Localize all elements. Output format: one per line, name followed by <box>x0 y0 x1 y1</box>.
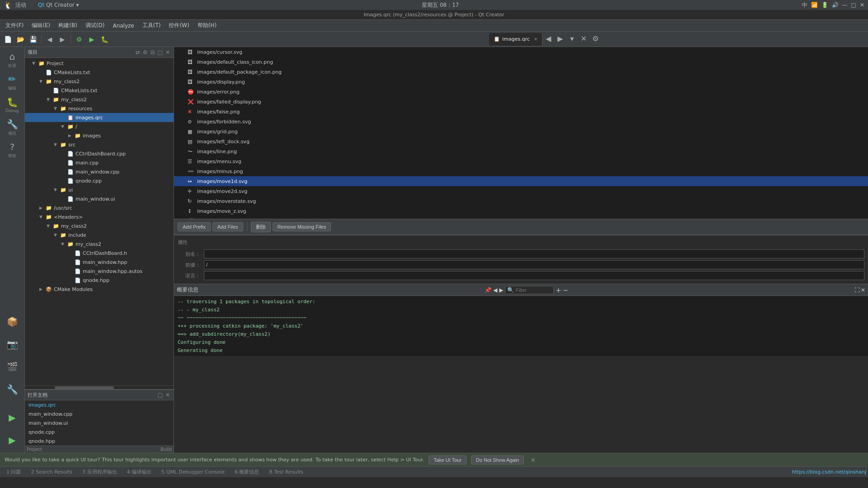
file-left-dock[interactable]: ▤ images/left_dock.svg <box>174 136 868 146</box>
window-close[interactable]: ✕ <box>860 2 864 8</box>
file-default-class[interactable]: 🖼 images/default_class_icon.png <box>174 57 868 67</box>
file-minus[interactable]: ➖ images/minus.png <box>174 166 868 176</box>
tree-include[interactable]: ▼ 📁 include <box>25 230 174 239</box>
run-btn[interactable]: ▶ <box>86 33 98 45</box>
tab-general-messages[interactable]: 6 概要信息 <box>230 468 264 476</box>
tab-test-results[interactable]: 8 Test Results <box>264 468 307 476</box>
file-failed-display[interactable]: ❌ images/failed_display.png <box>174 97 868 107</box>
sidebar-projects[interactable]: 🔧 项目 <box>1 117 23 138</box>
sidebar-plugin1[interactable]: 📦 <box>1 311 23 333</box>
file-default-package[interactable]: 🖼 images/default_package_icon.png <box>174 67 868 77</box>
menu-build[interactable]: 构建(B) <box>55 21 81 30</box>
tree-main-window-hpp[interactable]: 📄 main_window.hpp <box>25 258 174 267</box>
nav-next-icon[interactable]: ▶ <box>499 287 503 293</box>
new-file-btn[interactable]: 📄 <box>2 33 14 45</box>
menu-widgets[interactable]: 控件(W) <box>165 21 193 30</box>
add-prefix-btn[interactable]: Add Prefix <box>178 222 211 231</box>
file-false[interactable]: ✖ images/false.png <box>174 107 868 117</box>
tree-cmake-modules[interactable]: ▶ 📦 CMake Modules <box>25 285 174 294</box>
file-error[interactable]: ⛔ images/error.png <box>174 87 868 97</box>
tree-resources[interactable]: ▼ 📁 resources <box>25 104 174 113</box>
window-maximize[interactable]: □ <box>851 2 856 8</box>
tree-main-window-ui[interactable]: 📄 main_window.ui <box>25 194 174 203</box>
pin-icon[interactable]: 📌 <box>485 287 491 293</box>
open-doc-qnode-cpp[interactable]: qnode.cpp <box>25 427 174 436</box>
tab-close-current[interactable]: ✕ <box>578 33 590 45</box>
expand-output-icon[interactable]: ⛶ <box>854 287 860 293</box>
menu-analyze[interactable]: Analyze <box>109 22 137 30</box>
forward-btn[interactable]: ▶ <box>57 33 68 45</box>
remove-icon[interactable]: − <box>563 286 568 294</box>
tree-myclass2-root[interactable]: ▼ 📁 my_class2 <box>25 77 174 86</box>
sidebar-plugin3[interactable]: 🎬 <box>1 356 23 378</box>
tree-qnode-cpp[interactable]: 📄 qnode.cpp <box>25 176 174 185</box>
filter-btn[interactable]: ⚙ <box>142 48 149 56</box>
debug-run-btn[interactable]: ▶ <box>1 429 23 451</box>
configure-btn[interactable]: ⚙ <box>590 33 601 45</box>
file-menu[interactable]: ☰ images/menu.svg <box>174 156 868 166</box>
tree-cmakelists-root[interactable]: 📄 CMakeLists.txt <box>25 68 174 77</box>
tab-compile-output[interactable]: 4 编译输出 <box>123 468 156 476</box>
take-tour-btn[interactable]: Take UI Tour <box>429 455 467 465</box>
save-btn[interactable]: 💾 <box>27 33 39 45</box>
tab-qml-debugger[interactable]: 5 QML Debugger Console <box>157 468 229 476</box>
tab-search-results[interactable]: 2 Search Results <box>27 468 77 476</box>
menu-help[interactable]: 帮助(H) <box>194 21 220 30</box>
tree-cctrl-h[interactable]: 📄 CCtrlDashBoard.h <box>25 249 174 258</box>
alias-input[interactable] <box>204 249 864 258</box>
dismiss-btn[interactable]: Do Not Show Again <box>471 455 524 465</box>
tree-project[interactable]: ▼ 📁 Project <box>25 59 174 68</box>
run-btn-sidebar[interactable]: ▶ <box>1 407 23 428</box>
tree-myclass2-h[interactable]: ▼ 📁 my_class2 <box>25 221 174 230</box>
tree-qnode-hpp[interactable]: 📄 qnode.hpp <box>25 276 174 285</box>
sidebar-plugin2[interactable]: 📷 <box>1 333 23 355</box>
tab-close-btn[interactable]: ✕ <box>534 37 538 42</box>
tab-images-qrc[interactable]: 📋 images.qrc ✕ <box>489 33 542 46</box>
close-panel-btn[interactable]: ✕ <box>165 48 171 56</box>
open-docs-close[interactable]: ✕ <box>165 391 171 399</box>
file-display[interactable]: 🖼 images/display.png <box>174 77 868 87</box>
tree-scrollbar-thumb[interactable] <box>55 386 114 389</box>
open-doc-main-window-ui[interactable]: main_window.ui <box>25 418 174 427</box>
collapse-btn[interactable]: ⊟ <box>150 48 156 56</box>
prefix-input[interactable] <box>204 260 864 269</box>
tree-main-cpp[interactable]: 📄 main.cpp <box>25 158 174 167</box>
tree-myclass2-sub[interactable]: ▼ 📁 my_class2 <box>25 95 174 104</box>
file-moverotate[interactable]: ↻ images/moverotate.svg <box>174 196 868 206</box>
menu-file[interactable]: 文件(F) <box>2 21 27 30</box>
menu-debug[interactable]: 调试(D) <box>82 21 108 30</box>
filter-input[interactable] <box>515 287 552 293</box>
tab-nav-forward[interactable]: ▶ <box>554 33 566 45</box>
sidebar-help[interactable]: ? 帮助 <box>1 139 23 161</box>
add-files-btn[interactable]: Add Files <box>212 222 243 231</box>
tree-myclass2-include[interactable]: ▼ 📁 my_class2 <box>25 239 174 249</box>
open-docs-maximize[interactable]: □ <box>157 391 164 399</box>
tree-main-window-hpp-auto[interactable]: 📄 main_window.hpp.autos <box>25 267 174 276</box>
status-link[interactable]: https://blog.csdn.net/qinshanj <box>792 469 866 475</box>
menu-edit[interactable]: 编辑(E) <box>28 21 54 30</box>
open-file-btn[interactable]: 📂 <box>14 33 26 45</box>
tree-prefix[interactable]: ▼ 📁 / <box>25 122 174 131</box>
tree-cmake2[interactable]: 📄 CMakeLists.txt <box>25 86 174 95</box>
maximize-btn[interactable]: □ <box>157 48 164 56</box>
lang-input[interactable] <box>204 271 864 280</box>
file-grid[interactable]: ▦ images/grid.png <box>174 127 868 136</box>
tree-ui[interactable]: ▼ 📁 ui <box>25 185 174 194</box>
tab-nav-back[interactable]: ◀ <box>542 33 554 45</box>
tab-problems[interactable]: 1 问题 <box>2 468 26 476</box>
sidebar-edit[interactable]: ✏ 编辑 <box>1 71 23 93</box>
window-minimize[interactable]: — <box>842 2 848 8</box>
add-icon[interactable]: + <box>556 286 561 294</box>
debug-btn[interactable]: 🐛 <box>99 33 110 45</box>
tree-usr-src[interactable]: ▶ 📁 /usr/src <box>25 203 174 212</box>
tree-cctrl[interactable]: 📄 CCtrlDashBoard.cpp <box>25 149 174 158</box>
tree-src[interactable]: ▼ 📁 src <box>25 140 174 149</box>
file-move-z[interactable]: ↕ images/move_z.svg <box>174 206 868 216</box>
notification-close-btn[interactable]: ✕ <box>530 456 536 464</box>
tree-main-window-cpp[interactable]: 📄 main_window.cpp <box>25 167 174 176</box>
file-line[interactable]: 〜 images/line.png <box>174 146 868 156</box>
nav-prev-icon[interactable]: ◀ <box>493 287 497 293</box>
open-doc-main-window-cpp[interactable]: main_window.cpp <box>25 409 174 418</box>
tab-app-output[interactable]: 3 应用程序输出 <box>78 468 122 476</box>
tab-menu-btn[interactable]: ▾ <box>566 33 578 45</box>
